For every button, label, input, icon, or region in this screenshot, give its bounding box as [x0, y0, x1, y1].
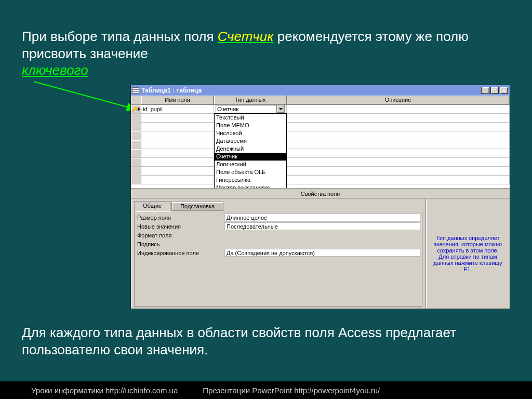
- datatype-option[interactable]: Дата/время: [215, 137, 286, 145]
- property-label: Новые значения: [136, 223, 224, 230]
- col-header-type[interactable]: Тип данных: [214, 96, 287, 104]
- credits-left: Уроки информатики http://uchinfo.com.ua: [31, 386, 178, 395]
- access-table-designer-window: Таблица1 : таблица _ □ × Имя поля Тип да…: [130, 85, 510, 309]
- field-type-cell[interactable]: Счетчик ТекстовыйПоле МЕМОЧисловойДата/в…: [214, 105, 287, 113]
- property-row[interactable]: Новые значенияПоследовательные: [136, 222, 420, 231]
- datatype-combobox[interactable]: Счетчик: [216, 105, 285, 113]
- credits-right: Презентации PowerPoint http://powerpoint…: [203, 386, 380, 395]
- properties-grid[interactable]: Размер поляДлинное целоеНовые значенияПо…: [134, 211, 422, 307]
- property-value[interactable]: [224, 240, 420, 248]
- property-value[interactable]: [224, 231, 420, 239]
- datatype-dropdown[interactable]: ТекстовыйПоле МЕМОЧисловойДата/времяДене…: [214, 113, 287, 188]
- window-titlebar[interactable]: Таблица1 : таблица _ □ ×: [131, 85, 510, 96]
- table-icon: [132, 87, 139, 94]
- field-name-cell[interactable]: id_pupil: [141, 105, 214, 113]
- row-selector[interactable]: 🔑: [131, 105, 141, 113]
- field-grid[interactable]: 🔑 id_pupil Счетчик ТекстовыйПоле МЕМОЧис…: [131, 105, 510, 188]
- field-row[interactable]: 🔑 id_pupil Счетчик ТекстовыйПоле МЕМОЧис…: [131, 105, 510, 114]
- highlight-counter: Счетчик: [218, 29, 274, 44]
- primary-key-icon: 🔑: [131, 107, 137, 112]
- svg-line-0: [34, 82, 135, 109]
- datatype-option[interactable]: Мастер подстановок.: [215, 184, 286, 188]
- property-label: Индексированное поле: [136, 250, 224, 256]
- col-header-name[interactable]: Имя поля: [141, 96, 214, 104]
- maximize-button[interactable]: □: [490, 87, 499, 94]
- tab-lookup[interactable]: Подстановка: [171, 202, 223, 211]
- datatype-option[interactable]: Счетчик: [215, 153, 286, 161]
- datatype-option[interactable]: Поле МЕМО: [215, 122, 286, 129]
- dropdown-button[interactable]: [276, 105, 284, 113]
- help-text-pane: Тип данных определяет значения, которые …: [425, 198, 510, 309]
- field-desc-cell[interactable]: [287, 105, 510, 113]
- datatype-option[interactable]: Поле объекта OLE: [215, 168, 286, 176]
- col-header-desc[interactable]: Описание: [287, 96, 510, 104]
- current-row-icon: [138, 107, 140, 111]
- annotation-arrow: [31, 81, 135, 112]
- grid-column-headers: Имя поля Тип данных Описание: [131, 96, 510, 105]
- datatype-option[interactable]: Текстовый: [215, 114, 286, 122]
- property-row[interactable]: Формат поля: [136, 231, 420, 240]
- property-row[interactable]: Размер поляДлинное целое: [136, 213, 420, 222]
- slide-intro-text: При выборе типа данных поля Счетчик реко…: [22, 28, 510, 79]
- minimize-button[interactable]: _: [481, 87, 489, 94]
- property-value[interactable]: Последовательные: [224, 222, 420, 230]
- slide-footer-text: Для каждого типа данных в области свойст…: [22, 324, 510, 358]
- tab-general[interactable]: Общие: [134, 201, 170, 211]
- close-button[interactable]: ×: [500, 87, 508, 94]
- property-value[interactable]: Длинное целое: [224, 214, 420, 221]
- slide-credits: Уроки информатики http://uchinfo.com.ua …: [0, 381, 532, 399]
- property-row[interactable]: Подпись: [136, 240, 420, 248]
- property-row[interactable]: Индексированное полеДа (Совпадения не до…: [136, 248, 420, 257]
- property-label: Подпись: [136, 241, 224, 247]
- property-value[interactable]: Да (Совпадения не допускаются): [224, 249, 420, 257]
- datatype-option[interactable]: Денежный: [215, 145, 286, 153]
- property-label: Формат поля: [136, 232, 224, 238]
- highlight-key: ключевого: [22, 62, 88, 78]
- property-label: Размер поля: [136, 215, 224, 221]
- datatype-option[interactable]: Числовой: [215, 129, 286, 137]
- datatype-option[interactable]: Логический: [215, 161, 286, 168]
- window-title: Таблица1 : таблица: [141, 87, 479, 94]
- datatype-option[interactable]: Гиперссылка: [215, 176, 286, 184]
- field-properties-header: Свойства поля: [131, 188, 510, 198]
- field-properties-pane: Общие Подстановка Размер поляДлинное цел…: [131, 198, 425, 309]
